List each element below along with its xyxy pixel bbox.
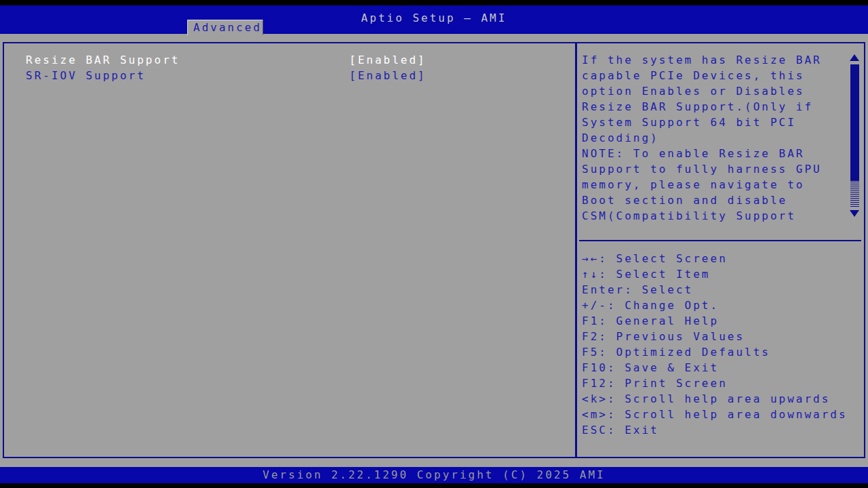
- key-legend-line: ↑↓: Select Item: [582, 266, 860, 282]
- help-text-line: System Support 64 bit PCI: [582, 115, 848, 130]
- help-text-line: option Enables or Disables: [582, 83, 848, 99]
- help-text-line: CSM(Compatibility Support: [582, 208, 848, 224]
- key-legend-line: ESC: Exit: [582, 422, 860, 438]
- option-row[interactable]: SR-IOV Support [Enabled]: [26, 68, 555, 83]
- help-text-line: Resize BAR Support.(Only if: [582, 99, 848, 115]
- header-bar: Aptio Setup – AMI: [0, 5, 868, 34]
- key-legend-line: F5: Optimized Defaults: [582, 344, 860, 360]
- key-legend-line: →←: Select Screen: [582, 251, 860, 266]
- page-title: Aptio Setup – AMI: [0, 12, 868, 24]
- key-legend-line: F10: Save & Exit: [582, 360, 860, 375]
- scrollbar-up-icon[interactable]: [850, 54, 859, 61]
- key-legend-line: F12: Print Screen: [582, 375, 860, 391]
- bios-setup-screen: Aptio Setup – AMI Advanced Resize BAR Su…: [0, 0, 868, 488]
- key-legend-line: <k>: Scroll help area upwards: [582, 391, 860, 407]
- option-row[interactable]: Resize BAR Support [Enabled]: [26, 52, 555, 68]
- help-text-panel: If the system has Resize BAR capable PCI…: [582, 52, 848, 224]
- option-label: SR-IOV Support: [26, 68, 349, 83]
- key-legend-line: Enter: Select: [582, 282, 860, 298]
- help-scrollbar[interactable]: [849, 54, 860, 217]
- help-text-line: NOTE: To enable Resize BAR: [582, 146, 848, 161]
- help-text-line: Decoding): [582, 130, 848, 146]
- scrollbar-thumb[interactable]: [850, 64, 859, 181]
- help-text-line: capable PCIe Devices, this: [582, 68, 848, 83]
- scrollbar-down-icon[interactable]: [850, 210, 859, 217]
- option-value: [Enabled]: [349, 52, 427, 68]
- help-legend-divider: [579, 240, 861, 241]
- key-legend-line: F1: General Help: [582, 313, 860, 329]
- panel-divider-vertical: [575, 43, 577, 457]
- main-panel: Resize BAR Support [Enabled] SR-IOV Supp…: [3, 42, 865, 458]
- key-legend-line: <m>: Scroll help area downwards: [582, 407, 860, 422]
- option-label: Resize BAR Support: [26, 52, 349, 68]
- help-text-line: Boot section and disable: [582, 192, 848, 208]
- help-text-line: Support to fully harness GPU: [582, 161, 848, 177]
- key-legend-line: +/-: Change Opt.: [582, 298, 860, 313]
- help-text-line: If the system has Resize BAR: [582, 52, 848, 68]
- tab-advanced[interactable]: Advanced: [187, 20, 263, 35]
- option-value: [Enabled]: [349, 68, 427, 83]
- key-legend: →←: Select Screen ↑↓: Select Item Enter:…: [582, 251, 860, 438]
- scrollbar-track-hatch[interactable]: [850, 181, 859, 207]
- key-legend-line: F2: Previous Values: [582, 329, 860, 344]
- help-text-line: memory, please navigate to: [582, 177, 848, 192]
- version-bar: Version 2.22.1290 Copyright (C) 2025 AMI: [0, 467, 868, 483]
- options-list: Resize BAR Support [Enabled] SR-IOV Supp…: [26, 52, 555, 83]
